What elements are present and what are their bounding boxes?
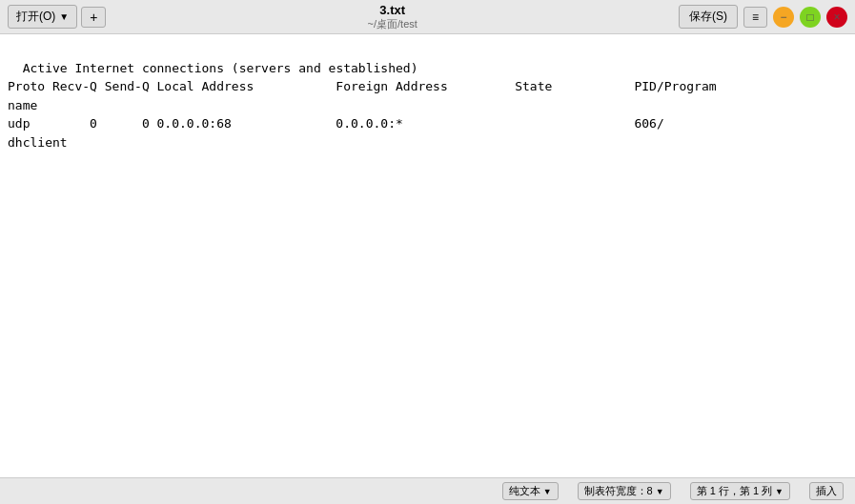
tabwidth-dropdown-arrow-icon: ▼ xyxy=(656,487,664,496)
statusbar-tabwidth: 制表符宽度：8 ▼ xyxy=(578,482,671,500)
open-button[interactable]: 打开(O) ▼ xyxy=(8,5,77,29)
titlebar-right: 保存(S) ≡ − □ × xyxy=(679,5,847,29)
close-icon: × xyxy=(833,10,840,24)
editor-area[interactable]: Active Internet connections (servers and… xyxy=(0,34,855,477)
position-dropdown[interactable]: 第 1 行，第 1 列 ▼ xyxy=(690,482,790,500)
menu-icon: ≡ xyxy=(752,10,759,24)
open-button-label: 打开(O) xyxy=(16,9,55,25)
new-tab-icon: + xyxy=(90,10,97,25)
maximize-button[interactable]: □ xyxy=(800,7,821,28)
filetype-label: 纯文本 xyxy=(509,484,540,498)
mode-label: 插入 xyxy=(816,484,837,498)
filetype-dropdown-arrow-icon: ▼ xyxy=(543,487,552,496)
statusbar-mode: 插入 xyxy=(809,482,844,500)
titlebar-center: 3.txt ~/桌面/test xyxy=(106,3,679,31)
window-title-filename: 3.txt xyxy=(379,3,405,17)
minimize-icon: − xyxy=(780,10,786,24)
tabwidth-label: 制表符宽度：8 xyxy=(584,484,653,498)
save-button[interactable]: 保存(S) xyxy=(679,5,738,29)
statusbar-position: 第 1 行，第 1 列 ▼ xyxy=(690,482,790,500)
statusbar: 纯文本 ▼ 制表符宽度：8 ▼ 第 1 行，第 1 列 ▼ 插入 xyxy=(0,477,855,504)
titlebar-left: 打开(O) ▼ + xyxy=(8,5,106,29)
mode-dropdown[interactable]: 插入 xyxy=(809,482,844,500)
editor-content: Active Internet connections (servers and… xyxy=(8,61,717,150)
minimize-button[interactable]: − xyxy=(773,7,794,28)
new-tab-button[interactable]: + xyxy=(81,7,106,28)
position-dropdown-arrow-icon: ▼ xyxy=(775,487,784,496)
save-button-label: 保存(S) xyxy=(689,10,727,23)
titlebar: 打开(O) ▼ + 3.txt ~/桌面/test 保存(S) ≡ − □ × xyxy=(0,0,855,34)
tabwidth-dropdown[interactable]: 制表符宽度：8 ▼ xyxy=(578,482,671,500)
position-label: 第 1 行，第 1 列 xyxy=(697,484,772,498)
maximize-icon: □ xyxy=(806,10,813,24)
statusbar-filetype: 纯文本 ▼ xyxy=(502,482,559,500)
filetype-dropdown[interactable]: 纯文本 ▼ xyxy=(502,482,559,500)
window-title-path: ~/桌面/test xyxy=(368,17,417,31)
open-dropdown-arrow-icon: ▼ xyxy=(59,11,69,22)
menu-button[interactable]: ≡ xyxy=(743,7,767,28)
close-button[interactable]: × xyxy=(826,7,847,28)
